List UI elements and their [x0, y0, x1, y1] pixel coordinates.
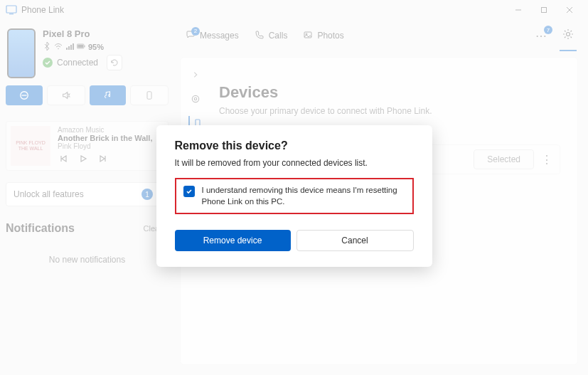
cancel-button[interactable]: Cancel	[296, 230, 414, 251]
modal-overlay: Remove this device? It will be removed f…	[0, 0, 588, 375]
consent-checkbox[interactable]	[183, 186, 195, 197]
dialog-body: It will be removed from your connected d…	[175, 158, 414, 168]
consent-label: I understand removing this device means …	[202, 185, 405, 207]
consent-row: I understand removing this device means …	[175, 178, 414, 214]
remove-device-dialog: Remove this device? It will be removed f…	[156, 125, 432, 267]
remove-device-button[interactable]: Remove device	[175, 230, 291, 251]
dialog-title: Remove this device?	[175, 139, 414, 152]
